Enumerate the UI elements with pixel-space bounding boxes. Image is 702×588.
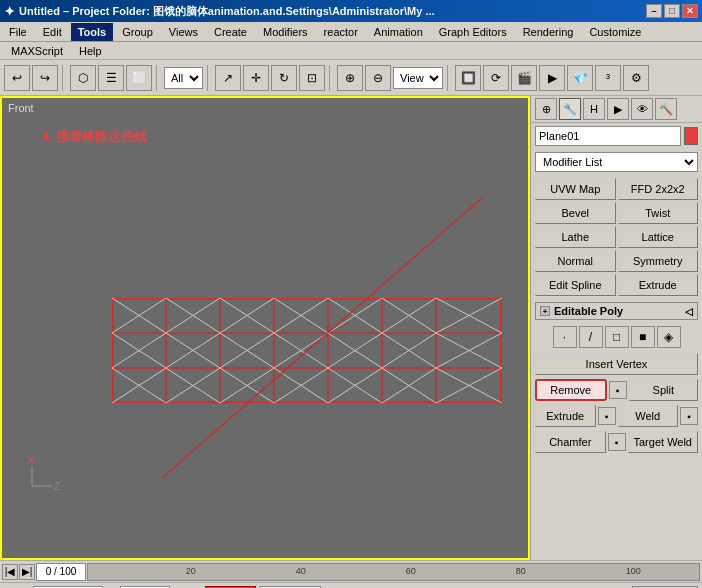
menu-item-reactor[interactable]: reactor (317, 23, 365, 41)
select-object-button[interactable]: ⬡ (70, 65, 96, 91)
element-icon[interactable]: ◈ (657, 326, 681, 348)
weld-btn[interactable]: Weld (618, 405, 679, 427)
select-region-button[interactable]: ⬜ (126, 65, 152, 91)
menu-item-create[interactable]: Create (207, 23, 254, 41)
undo-button[interactable]: ↩ (4, 65, 30, 91)
extrude-btn[interactable]: Extrude (618, 274, 699, 296)
editable-poly-label: Editable Poly (554, 305, 623, 317)
split-btn[interactable]: Split (629, 379, 699, 401)
axis-indicator: Z X (22, 456, 62, 498)
menu-item-edit[interactable]: Edit (36, 23, 69, 41)
menu-item-file[interactable]: File (2, 23, 34, 41)
reference-coord[interactable]: ⊕ (337, 65, 363, 91)
render-scene[interactable]: 🎬 (511, 65, 537, 91)
object-color-swatch[interactable] (684, 127, 698, 145)
menu-item-animation[interactable]: Animation (367, 23, 430, 41)
redo-button[interactable]: ↪ (32, 65, 58, 91)
insert-vertex-btn[interactable]: Insert Vertex (535, 353, 698, 375)
menu-item-views[interactable]: Views (162, 23, 205, 41)
main-toolbar: ↩ ↪ ⬡ ☰ ⬜ All ↗ ✛ ↻ ⊡ ⊕ ⊖ View 🔲 ⟳ 🎬 ▶ 💎… (0, 60, 702, 96)
edit-spline-btn[interactable]: Edit Spline (535, 274, 616, 296)
remove-extra-icon[interactable]: ▪ (609, 381, 627, 399)
menu-item-group[interactable]: Group (115, 23, 160, 41)
ffd-btn[interactable]: FFD 2x2x2 (618, 178, 699, 200)
object-name-row (531, 123, 702, 149)
remove-btn[interactable]: Remove (535, 379, 607, 401)
toolbar-sep-1 (62, 65, 66, 91)
menu-item-rendering[interactable]: Rendering (516, 23, 581, 41)
vertex-icon[interactable]: · (553, 326, 577, 348)
editable-poly-header[interactable]: + Editable Poly ◁ (535, 302, 698, 320)
window-controls: – □ ✕ (646, 4, 698, 18)
render-last[interactable]: ▶ (539, 65, 565, 91)
help-menu[interactable]: Help (72, 42, 109, 60)
extrude-weld-row: Extrude ▪ Weld ▪ (531, 403, 702, 429)
title-text: Untitled – Project Folder: 图饿的脑体animatio… (19, 4, 646, 19)
select-by-name-button[interactable]: ☰ (98, 65, 124, 91)
extrude-icon[interactable]: ▪ (598, 407, 616, 425)
twist-btn[interactable]: Twist (618, 202, 699, 224)
snap-toggle[interactable]: 🔲 (455, 65, 481, 91)
pivot-btn[interactable]: ⊖ (365, 65, 391, 91)
maxscript-menu[interactable]: MAXScript (4, 42, 70, 60)
tick-100: 100 (626, 566, 641, 576)
chamfer-icon[interactable]: ▪ (608, 433, 626, 451)
lathe-btn[interactable]: Lathe (535, 226, 616, 248)
modify-tab[interactable]: 🔧 (559, 98, 581, 120)
view-dropdown[interactable]: View (393, 67, 443, 89)
prev-frame-btn[interactable]: |◀ (2, 564, 18, 580)
extra-btn[interactable]: ³ (595, 65, 621, 91)
toolbar-sep-3 (207, 65, 211, 91)
ep-expand-icon[interactable]: + (540, 306, 550, 316)
hierarchy-tab[interactable]: H (583, 98, 605, 120)
select-scale[interactable]: ⊡ (299, 65, 325, 91)
svg-text:Z: Z (54, 481, 60, 492)
mesh-area (112, 298, 502, 403)
bevel-btn[interactable]: Bevel (535, 202, 616, 224)
create-tab[interactable]: ⊕ (535, 98, 557, 120)
track-scale[interactable]: 20 40 60 80 100 (87, 563, 700, 581)
utilities-tab[interactable]: 🔨 (655, 98, 677, 120)
menu-item-graph editors[interactable]: Graph Editors (432, 23, 514, 41)
object-name-input[interactable] (535, 126, 681, 146)
close-button[interactable]: ✕ (682, 4, 698, 18)
select-tool[interactable]: ↗ (215, 65, 241, 91)
symmetry-btn[interactable]: Symmetry (618, 250, 699, 272)
frame-counter[interactable] (36, 563, 86, 581)
display-tab[interactable]: 👁 (631, 98, 653, 120)
menu-item-customize[interactable]: Customize (582, 23, 648, 41)
extrude-edge-btn[interactable]: Extrude (535, 405, 596, 427)
toolbar-sep-4 (329, 65, 333, 91)
material-editor[interactable]: 💎 (567, 65, 593, 91)
chamfer-btn[interactable]: Chamfer (535, 431, 606, 453)
weld-icon[interactable]: ▪ (680, 407, 698, 425)
minimize-button[interactable]: – (646, 4, 662, 18)
lattice-btn[interactable]: Lattice (618, 226, 699, 248)
viewport-front[interactable]: Front 4. 接着移除这些线 (0, 96, 530, 560)
motion-tab[interactable]: ▶ (607, 98, 629, 120)
target-weld-btn[interactable]: Target Weld (628, 431, 699, 453)
modifier-grid: UVW Map FFD 2x2x2 Bevel Twist Lathe Latt… (531, 175, 702, 299)
angle-snap[interactable]: ⟳ (483, 65, 509, 91)
menu-item-modifiers[interactable]: Modifiers (256, 23, 315, 41)
svg-text:X: X (28, 456, 35, 466)
next-frame-btn[interactable]: ▶| (19, 564, 35, 580)
tick-20: 20 (186, 566, 196, 576)
extra-btn2[interactable]: ⚙ (623, 65, 649, 91)
trackbar: |◀ ▶| 20 40 60 80 100 (0, 560, 702, 582)
normal-btn[interactable]: Normal (535, 250, 616, 272)
select-move[interactable]: ✛ (243, 65, 269, 91)
menu-item-tools[interactable]: Tools (71, 23, 114, 41)
filter-dropdown[interactable]: All (164, 67, 203, 89)
edge-icon[interactable]: / (579, 326, 603, 348)
border-icon[interactable]: □ (605, 326, 629, 348)
maximize-button[interactable]: □ (664, 4, 680, 18)
select-rotate[interactable]: ↻ (271, 65, 297, 91)
status-bar: 🔒 X: Y: | 🔑 Auto Key Selected Key Filter… (0, 582, 702, 588)
uww-map-btn[interactable]: UVW Map (535, 178, 616, 200)
modifier-list-row: Modifier List (531, 149, 702, 175)
modifier-list-dropdown[interactable]: Modifier List (535, 152, 698, 172)
chamfer-targetweld-row: Chamfer ▪ Target Weld (531, 429, 702, 455)
polygon-icon[interactable]: ■ (631, 326, 655, 348)
right-panel: ⊕ 🔧 H ▶ 👁 🔨 Modifier List UVW Map FFD 2x… (530, 96, 702, 560)
